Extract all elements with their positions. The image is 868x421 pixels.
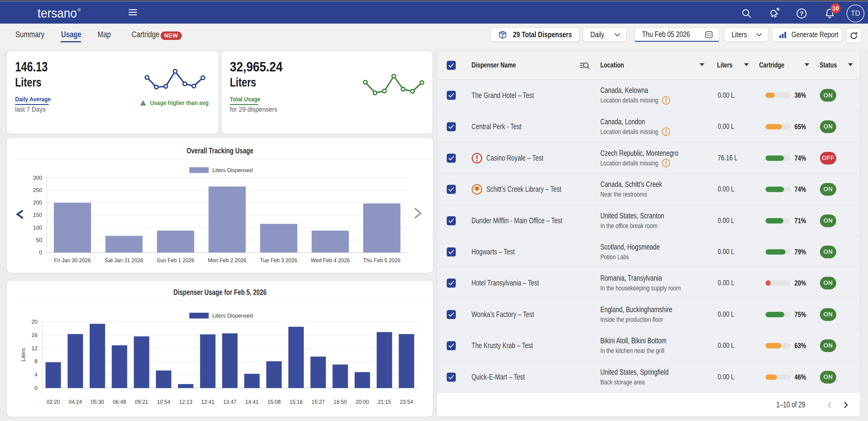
svg-text:02:20: 02:20 [46,399,60,405]
svg-text:4: 4 [34,372,37,378]
svg-text:Fri Jan 30 2026: Fri Jan 30 2026 [54,258,91,264]
svg-text:14:41: 14:41 [245,399,258,405]
svg-text:Liters Dispensed: Liters Dispensed [212,313,253,319]
svg-text:16:50: 16:50 [334,399,347,405]
svg-text:23:54: 23:54 [400,399,413,405]
svg-text:Tue Feb 3 2026: Tue Feb 3 2026 [260,258,297,264]
svg-text:04:24: 04:24 [69,399,82,405]
svg-text:50: 50 [36,237,42,243]
svg-text:300: 300 [33,175,42,181]
svg-text:09:21: 09:21 [135,399,148,405]
svg-text:13:47: 13:47 [223,399,237,405]
svg-text:10:54: 10:54 [157,399,170,405]
svg-text:05:30: 05:30 [91,399,104,405]
svg-text:250: 250 [33,187,42,193]
svg-text:16: 16 [31,332,37,338]
svg-text:15:08: 15:08 [267,399,281,405]
svg-text:Sat Jan 31 2026: Sat Jan 31 2026 [105,258,143,264]
svg-text:Mon Feb 2 2026: Mon Feb 2 2026 [208,258,246,264]
svg-text:Sun Feb 1 2026: Sun Feb 1 2026 [157,258,194,264]
svg-text:?: ? [800,10,804,17]
svg-text:0: 0 [34,385,37,391]
svg-text:12:41: 12:41 [201,399,214,405]
svg-text:Liters: Liters [20,348,26,361]
svg-text:06:48: 06:48 [113,399,126,405]
svg-text:12:13: 12:13 [179,399,192,405]
svg-text:15:16: 15:16 [289,399,303,405]
svg-text:15:27: 15:27 [311,399,325,405]
svg-text:8: 8 [34,358,37,364]
svg-text:150: 150 [33,212,42,218]
svg-text:0: 0 [39,249,42,255]
svg-text:20: 20 [31,319,37,325]
svg-text:200: 200 [33,200,42,206]
svg-text:100: 100 [33,225,42,231]
svg-text:Liters Dispensed: Liters Dispensed [212,167,253,173]
svg-text:Thu Feb 5 2026: Thu Feb 5 2026 [363,258,401,264]
svg-text:21:15: 21:15 [378,399,391,405]
svg-text:12: 12 [31,345,37,352]
svg-text:20:00: 20:00 [356,399,369,405]
svg-text:Wed Feb 4 2026: Wed Feb 4 2026 [311,258,350,264]
